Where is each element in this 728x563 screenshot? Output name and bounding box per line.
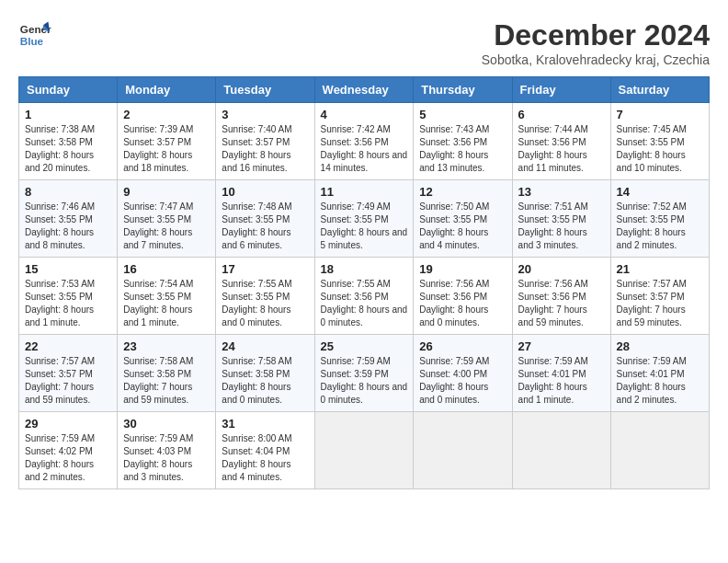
logo-icon: General Blue (18, 18, 51, 52)
col-thursday: Thursday (414, 77, 512, 103)
table-row: 3Sunrise: 7:40 AMSunset: 3:57 PMDaylight… (216, 103, 314, 180)
table-row: 18Sunrise: 7:55 AMSunset: 3:56 PMDayligh… (314, 258, 414, 335)
table-row: 29Sunrise: 7:59 AMSunset: 4:02 PMDayligh… (19, 412, 118, 489)
col-tuesday: Tuesday (216, 77, 314, 103)
table-row: 19Sunrise: 7:56 AMSunset: 3:56 PMDayligh… (414, 258, 512, 335)
table-row: 8Sunrise: 7:46 AMSunset: 3:55 PMDaylight… (19, 180, 118, 258)
logo: General Blue (18, 18, 51, 52)
table-row: 7Sunrise: 7:45 AMSunset: 3:55 PMDaylight… (610, 103, 709, 180)
table-row: 25Sunrise: 7:59 AMSunset: 3:59 PMDayligh… (314, 335, 414, 412)
table-row: 24Sunrise: 7:58 AMSunset: 3:58 PMDayligh… (216, 335, 314, 412)
table-row: 5Sunrise: 7:43 AMSunset: 3:56 PMDaylight… (414, 103, 512, 180)
table-row: 23Sunrise: 7:58 AMSunset: 3:58 PMDayligh… (118, 335, 216, 412)
svg-text:Blue: Blue (20, 35, 44, 47)
month-title: December 2024 (482, 18, 710, 52)
table-row: 30Sunrise: 7:59 AMSunset: 4:03 PMDayligh… (118, 412, 216, 489)
table-row: 4Sunrise: 7:42 AMSunset: 3:56 PMDaylight… (314, 103, 414, 180)
table-row: 9Sunrise: 7:47 AMSunset: 3:55 PMDaylight… (118, 180, 216, 258)
col-wednesday: Wednesday (314, 77, 414, 103)
table-row: 17Sunrise: 7:55 AMSunset: 3:55 PMDayligh… (216, 258, 314, 335)
col-friday: Friday (512, 77, 610, 103)
table-row: 20Sunrise: 7:56 AMSunset: 3:56 PMDayligh… (512, 258, 610, 335)
title-section: December 2024 Sobotka, Kralovehradecky k… (482, 18, 710, 67)
table-row: 27Sunrise: 7:59 AMSunset: 4:01 PMDayligh… (512, 335, 610, 412)
table-row: 15Sunrise: 7:53 AMSunset: 3:55 PMDayligh… (19, 258, 118, 335)
table-row: 2Sunrise: 7:39 AMSunset: 3:57 PMDaylight… (118, 103, 216, 180)
table-row: 22Sunrise: 7:57 AMSunset: 3:57 PMDayligh… (19, 335, 118, 412)
table-row: 10Sunrise: 7:48 AMSunset: 3:55 PMDayligh… (216, 180, 314, 258)
table-row: 31Sunrise: 8:00 AMSunset: 4:04 PMDayligh… (216, 412, 314, 489)
calendar-table: Sunday Monday Tuesday Wednesday Thursday… (18, 76, 710, 489)
table-row (512, 412, 610, 489)
table-row: 11Sunrise: 7:49 AMSunset: 3:55 PMDayligh… (314, 180, 414, 258)
table-row: 14Sunrise: 7:52 AMSunset: 3:55 PMDayligh… (610, 180, 709, 258)
table-row: 26Sunrise: 7:59 AMSunset: 4:00 PMDayligh… (414, 335, 512, 412)
col-saturday: Saturday (610, 77, 709, 103)
table-row: 1Sunrise: 7:38 AMSunset: 3:58 PMDaylight… (19, 103, 118, 180)
table-row: 6Sunrise: 7:44 AMSunset: 3:56 PMDaylight… (512, 103, 610, 180)
table-row: 16Sunrise: 7:54 AMSunset: 3:55 PMDayligh… (118, 258, 216, 335)
table-row: 12Sunrise: 7:50 AMSunset: 3:55 PMDayligh… (414, 180, 512, 258)
table-row (610, 412, 709, 489)
location: Sobotka, Kralovehradecky kraj, Czechia (482, 52, 710, 67)
page-header: General Blue December 2024 Sobotka, Kral… (18, 18, 710, 67)
table-row (414, 412, 512, 489)
table-row: 28Sunrise: 7:59 AMSunset: 4:01 PMDayligh… (610, 335, 709, 412)
col-monday: Monday (118, 77, 216, 103)
table-row: 21Sunrise: 7:57 AMSunset: 3:57 PMDayligh… (610, 258, 709, 335)
table-row: 13Sunrise: 7:51 AMSunset: 3:55 PMDayligh… (512, 180, 610, 258)
calendar-header-row: Sunday Monday Tuesday Wednesday Thursday… (19, 77, 710, 103)
table-row (314, 412, 414, 489)
col-sunday: Sunday (19, 77, 118, 103)
